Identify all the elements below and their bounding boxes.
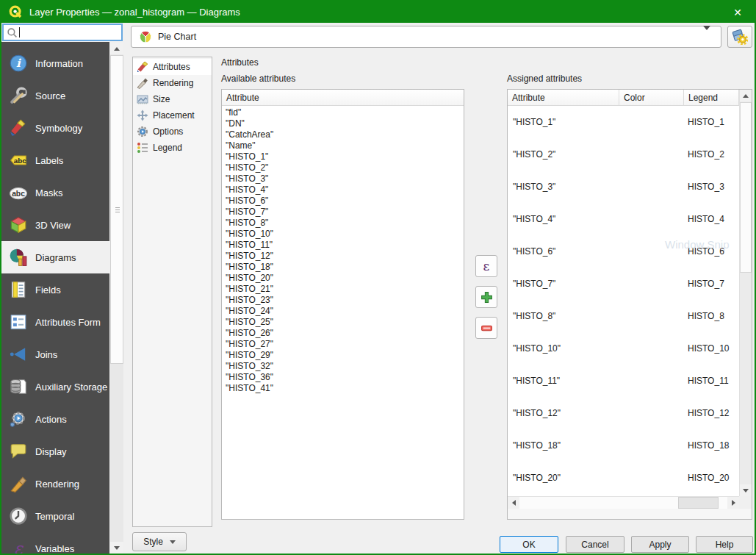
available-attribute-item[interactable]: "fid" (226, 107, 464, 118)
assigned-hscroll-thumb[interactable] (678, 497, 719, 509)
available-list-header[interactable]: Attribute (222, 90, 464, 106)
available-attribute-item[interactable]: "HISTO_26" (226, 328, 464, 339)
sidebar-item-label: Joins (35, 349, 57, 360)
tab-options[interactable]: Options (133, 123, 212, 140)
available-attribute-item[interactable]: "DN" (226, 118, 464, 129)
svg-text:ε: ε (14, 539, 24, 555)
tab-legend[interactable]: Legend (133, 140, 212, 156)
table-row[interactable]: "HISTO_8" HISTO_8 (508, 300, 739, 332)
joins-icon (8, 344, 29, 365)
available-attribute-item[interactable]: "HISTO_27" (226, 339, 464, 350)
sidebar-item-display[interactable]: Display (1, 435, 109, 468)
sidebar-item-source[interactable]: Source (1, 79, 109, 112)
diagram-type-combobox[interactable]: Pie Chart (131, 26, 721, 48)
table-row[interactable]: "HISTO_6" HISTO_6 (508, 235, 739, 268)
sidebar-item-information[interactable]: i Information (1, 47, 109, 79)
table-row[interactable]: "HISTO_7" HISTO_7 (508, 268, 739, 300)
scroll-right-icon[interactable] (727, 497, 739, 509)
table-row[interactable]: "HISTO_1" HISTO_1 (508, 106, 739, 138)
tab-size[interactable]: Size (133, 91, 212, 107)
tab-label: Rendering (153, 78, 193, 88)
apply-button[interactable]: Apply (631, 536, 689, 553)
sidebar-item-3d-view[interactable]: 3D View (1, 209, 109, 241)
available-attribute-item[interactable]: "CatchArea" (226, 129, 464, 140)
legend-cell: HISTO_2 (684, 149, 739, 160)
remove-attribute-button[interactable] (475, 317, 497, 339)
column-header-color[interactable]: Color (619, 90, 684, 105)
sidebar-item-symbology[interactable]: Symbology (1, 112, 109, 144)
available-attribute-item[interactable]: "HISTO_24" (226, 306, 464, 317)
available-attribute-item[interactable]: "HISTO_18" (226, 262, 464, 273)
labels-icon: abc (8, 150, 29, 171)
ok-button[interactable]: OK (500, 536, 558, 553)
table-row[interactable]: "HISTO_11" HISTO_11 (508, 365, 739, 397)
diagram-settings-button[interactable] (727, 26, 752, 48)
tab-attributes[interactable]: Attributes (133, 59, 212, 75)
table-row[interactable]: "HISTO_10" HISTO_10 (508, 332, 739, 365)
tab-label: Legend (153, 143, 182, 153)
sidebar-item-masks[interactable]: abc Masks (1, 176, 109, 209)
sidebar-item-actions[interactable]: Actions (1, 403, 109, 435)
sidebar-item-labels[interactable]: abc Labels (1, 144, 109, 176)
legend-cell: HISTO_1 (684, 117, 739, 127)
table-row[interactable]: "HISTO_20" HISTO_20 (508, 462, 739, 494)
sidebar-item-variables[interactable]: ε Variables (1, 532, 109, 555)
style-button[interactable]: Style (132, 532, 187, 551)
available-attribute-item[interactable]: "HISTO_7" (226, 207, 464, 218)
scroll-left-icon[interactable] (508, 497, 519, 509)
sidebar-item-auxiliary-storage[interactable]: Auxiliary Storage (1, 370, 109, 403)
table-row[interactable]: "HISTO_12" HISTO_12 (508, 397, 739, 429)
available-attribute-item[interactable]: "HISTO_6" (226, 196, 464, 207)
available-attribute-item[interactable]: "HISTO_11" (226, 240, 464, 251)
close-icon[interactable]: ✕ (728, 7, 747, 18)
available-attribute-item[interactable]: "Name" (226, 140, 464, 151)
attribute-cell: "HISTO_6" (508, 246, 619, 257)
sidebar-item-fields[interactable]: Fields (1, 273, 109, 306)
tab-placement[interactable]: Placement (133, 107, 212, 123)
sidebar-item-attributes-form[interactable]: Attributes Form (1, 306, 109, 338)
table-row[interactable]: "HISTO_3" HISTO_3 (508, 171, 739, 203)
available-attribute-item[interactable]: "HISTO_3" (226, 173, 464, 185)
scroll-down-icon[interactable] (110, 542, 123, 554)
assigned-horizontal-scrollbar[interactable] (508, 496, 739, 509)
sidebar-item-joins[interactable]: Joins (1, 338, 109, 370)
assigned-vertical-scrollbar[interactable] (739, 90, 752, 496)
available-attribute-item[interactable]: "HISTO_10" (226, 229, 464, 240)
table-row[interactable]: "HISTO_2" HISTO_2 (508, 138, 739, 171)
available-attribute-item[interactable]: "HISTO_29" (226, 350, 464, 361)
scroll-up-icon[interactable] (110, 43, 123, 54)
cancel-button[interactable]: Cancel (566, 536, 624, 553)
column-header-legend[interactable]: Legend (684, 90, 739, 105)
available-attribute-item[interactable]: "HISTO_8" (226, 218, 464, 229)
table-row[interactable]: "HISTO_4" HISTO_4 (508, 203, 739, 235)
placement-tab-icon (137, 110, 148, 121)
sidebar-item-rendering[interactable]: Rendering (1, 468, 109, 500)
column-header-attribute[interactable]: Attribute (508, 90, 619, 105)
available-attribute-item[interactable]: "HISTO_20" (226, 273, 464, 284)
expression-button[interactable]: ε (475, 255, 497, 277)
available-attribute-item[interactable]: "HISTO_25" (226, 317, 464, 328)
sidebar-item-temporal[interactable]: Temporal (1, 500, 109, 532)
scroll-up-icon[interactable] (740, 90, 752, 101)
add-attribute-button[interactable] (475, 286, 497, 308)
available-attribute-item[interactable]: "HISTO_23" (226, 295, 464, 306)
tab-label: Size (153, 94, 170, 104)
available-attribute-item[interactable]: "HISTO_2" (226, 162, 464, 173)
available-attribute-item[interactable]: "HISTO_32" (226, 361, 464, 372)
table-row[interactable]: "HISTO_18" HISTO_18 (508, 429, 739, 462)
sidebar-scrollbar[interactable] (110, 43, 123, 554)
available-attribute-item[interactable]: "HISTO_21" (226, 284, 464, 295)
window-title: Layer Properties — zonal_histogram — Dia… (29, 7, 240, 18)
sidebar-scrollbar-thumb[interactable] (110, 55, 123, 364)
assigned-vscroll-thumb[interactable] (740, 102, 752, 273)
available-attribute-item[interactable]: "HISTO_1" (226, 151, 464, 162)
sidebar-item-diagrams[interactable]: Diagrams (1, 241, 109, 273)
available-attribute-item[interactable]: "HISTO_36" (226, 372, 464, 383)
available-attribute-item[interactable]: "HISTO_41" (226, 383, 464, 394)
help-button[interactable]: Help (696, 536, 753, 553)
search-input[interactable] (23, 26, 104, 38)
available-attribute-item[interactable]: "HISTO_4" (226, 185, 464, 196)
scroll-down-icon[interactable] (740, 484, 752, 496)
available-attribute-item[interactable]: "HISTO_12" (226, 251, 464, 262)
tab-rendering[interactable]: Rendering (133, 75, 212, 91)
